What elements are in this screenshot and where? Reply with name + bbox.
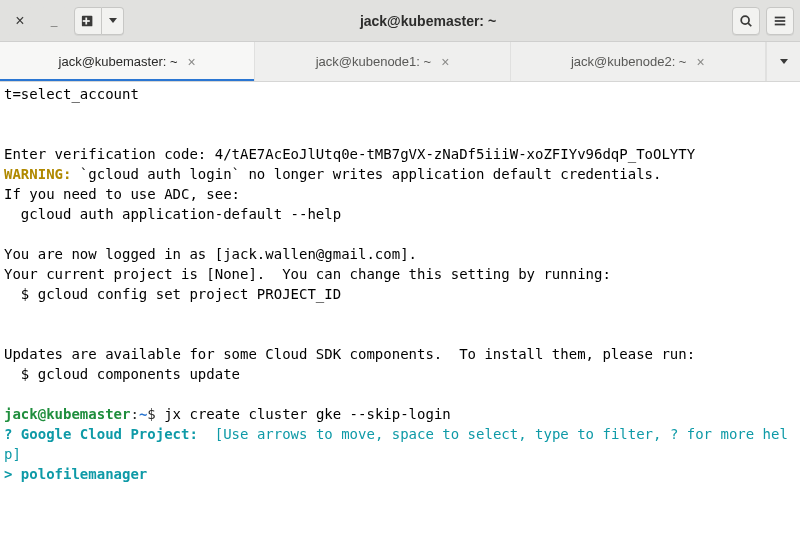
tab-close-icon[interactable]: × [441, 55, 449, 69]
window-titlebar: × _ jack@kubemaster: ~ [0, 0, 800, 42]
survey-question-label: Google Cloud Project: [12, 426, 214, 442]
svg-rect-2 [83, 20, 90, 22]
tabs-scroll-area: jack@kubemaster: ~ × jack@kubenode1: ~ ×… [0, 42, 766, 81]
search-icon [739, 14, 753, 28]
svg-rect-5 [775, 16, 786, 18]
new-tab-icon [81, 14, 95, 28]
window-close-button[interactable]: × [6, 7, 34, 35]
term-line: `gcloud auth login` no longer writes app… [71, 166, 661, 182]
term-line: t=select_account [4, 86, 139, 102]
term-line: Enter verification code: 4/tAE7AcEoJlUtq… [4, 146, 695, 162]
new-tab-button[interactable] [74, 7, 102, 35]
term-line: If you need to use ADC, see: [4, 186, 240, 202]
hamburger-menu-button[interactable] [766, 7, 794, 35]
minimize-icon: _ [51, 14, 58, 28]
term-line: You are now logged in as [jack.wallen@gm… [4, 246, 417, 262]
tab-kubenode1[interactable]: jack@kubenode1: ~ × [255, 42, 510, 81]
tab-kubenode2[interactable]: jack@kubenode2: ~ × [511, 42, 766, 81]
tab-label: jack@kubemaster: ~ [59, 54, 178, 69]
tab-label: jack@kubenode1: ~ [316, 54, 431, 69]
survey-selected-value: polofilemanager [12, 466, 147, 482]
tab-label: jack@kubenode2: ~ [571, 54, 686, 69]
chevron-down-icon [780, 59, 788, 64]
terminal-output[interactable]: t=select_account Enter verification code… [0, 82, 800, 560]
tab-close-icon[interactable]: × [188, 55, 196, 69]
svg-rect-6 [775, 20, 786, 22]
tab-close-icon[interactable]: × [696, 55, 704, 69]
tabs-overflow-button[interactable] [766, 42, 800, 81]
svg-line-4 [748, 23, 751, 26]
close-icon: × [13, 14, 27, 28]
window-minimize-button[interactable]: _ [40, 7, 68, 35]
new-tab-combo [74, 7, 124, 35]
term-line: Updates are available for some Cloud SDK… [4, 346, 695, 362]
term-line: Your current project is [None]. You can … [4, 266, 611, 282]
term-line: $ gcloud config set project PROJECT_ID [4, 286, 341, 302]
prompt-colon: : [130, 406, 138, 422]
term-line: $ gcloud components update [4, 366, 240, 382]
tabs-bar: jack@kubemaster: ~ × jack@kubenode1: ~ ×… [0, 42, 800, 82]
svg-rect-7 [775, 23, 786, 25]
term-warning-tag: WARNING: [4, 166, 71, 182]
chevron-down-icon [109, 18, 117, 23]
tab-kubemaster[interactable]: jack@kubemaster: ~ × [0, 42, 255, 81]
menu-icon [773, 14, 787, 28]
term-command: jx create cluster gke --skip-login [164, 406, 451, 422]
svg-point-3 [741, 16, 749, 24]
titlebar-left-cluster: × _ [6, 7, 124, 35]
search-button[interactable] [732, 7, 760, 35]
titlebar-right-cluster [732, 7, 794, 35]
window-title: jack@kubemaster: ~ [130, 13, 726, 29]
term-line: gcloud auth application-default --help [4, 206, 341, 222]
prompt-user-host: jack@kubemaster [4, 406, 130, 422]
new-tab-menu-button[interactable] [102, 7, 124, 35]
prompt-sigil: $ [147, 406, 164, 422]
